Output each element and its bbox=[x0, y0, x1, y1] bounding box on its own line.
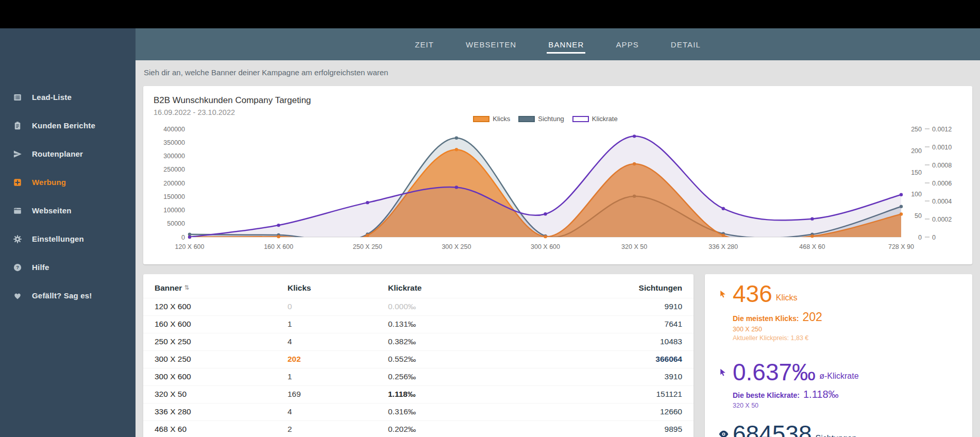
svg-text:0: 0 bbox=[932, 234, 936, 241]
column-header-klickrate[interactable]: Klickrate bbox=[388, 278, 543, 298]
cell-sichtungen: 12660 bbox=[543, 403, 694, 421]
svg-text:336 X 280: 336 X 280 bbox=[708, 243, 738, 250]
chart-title: B2B Wunschkunden Company Targeting bbox=[154, 95, 962, 106]
cell-sichtungen: 9895 bbox=[543, 421, 694, 437]
column-header-klicks[interactable]: Klicks bbox=[288, 278, 388, 298]
sidebar-item-lead-liste[interactable]: Lead-Liste bbox=[0, 83, 136, 111]
tab-zeit[interactable]: ZEIT bbox=[413, 35, 435, 54]
tab-banner[interactable]: BANNER bbox=[547, 35, 585, 54]
cell-klickrate: 1.118‰ bbox=[388, 385, 543, 403]
svg-text:250 X 250: 250 X 250 bbox=[353, 243, 382, 250]
sidebar-item-label: Gefällt? Sag es! bbox=[32, 291, 92, 300]
stat-klicks: 436 Klicks Die meisten Klicks: 202 300 X… bbox=[718, 281, 959, 343]
stat-sichtungen: 684538 Sichtungen bbox=[718, 422, 959, 437]
stat-klicks-detail: Die meisten Klicks: 202 bbox=[733, 310, 959, 324]
stat-klickrate-main: 0.637‰ ø-Klickrate bbox=[718, 360, 959, 384]
stat-klicks-detail-label: Die meisten Klicks: bbox=[733, 314, 799, 323]
stat-klicks-main: 436 Klicks bbox=[718, 281, 959, 306]
svg-text:100: 100 bbox=[911, 191, 922, 198]
cell-klickrate: 0.131‰ bbox=[388, 315, 543, 333]
table-row[interactable]: 160 X 60010.131‰7641 bbox=[143, 315, 694, 333]
stat-klicks-banner: 300 X 250 bbox=[733, 325, 959, 334]
stat-klickrate-value: 0.637‰ bbox=[733, 360, 816, 384]
cell-banner: 250 X 250 bbox=[143, 333, 288, 350]
stats-card: 436 Klicks Die meisten Klicks: 202 300 X… bbox=[705, 274, 972, 437]
sidebar: Lead-ListeKunden BerichteRoutenplanerWer… bbox=[0, 28, 136, 437]
table-row[interactable]: 120 X 60000.000‰9910 bbox=[143, 298, 694, 315]
svg-text:160 X 600: 160 X 600 bbox=[264, 243, 293, 250]
cell-klicks: 1 bbox=[288, 315, 388, 333]
svg-text:0.0010: 0.0010 bbox=[932, 144, 952, 151]
cell-klickrate: 0.000‰ bbox=[388, 298, 543, 315]
table-row[interactable]: 250 X 25040.382‰10483 bbox=[143, 333, 694, 350]
chart-card: B2B Wunschkunden Company Targeting 16.09… bbox=[143, 86, 972, 264]
sidebar-item-einstellungen[interactable]: Einstellungen bbox=[0, 225, 136, 253]
sidebar-item-label: Kunden Berichte bbox=[32, 121, 95, 130]
cell-banner: 160 X 600 bbox=[143, 315, 288, 333]
cell-banner: 300 X 250 bbox=[143, 350, 288, 368]
sidebar-item-werbung[interactable]: Werbung bbox=[0, 168, 136, 196]
tab-apps[interactable]: APPS bbox=[614, 35, 640, 54]
svg-text:0: 0 bbox=[918, 234, 922, 241]
cell-banner: 320 X 50 bbox=[143, 385, 288, 403]
tabs: ZEITWEBSEITENBANNERAPPSDETAIL bbox=[413, 35, 702, 54]
svg-text:100000: 100000 bbox=[163, 207, 185, 214]
column-header-banner[interactable]: Banner⇅ bbox=[143, 278, 288, 298]
sort-icon[interactable]: ⇅ bbox=[184, 284, 189, 291]
tab-detail[interactable]: DETAIL bbox=[669, 35, 702, 54]
stat-klicks-label: Klicks bbox=[776, 293, 798, 306]
stat-klickrate-label: ø-Klickrate bbox=[819, 372, 858, 384]
page-subtitle: Sieh dir an, welche Banner deiner Kampag… bbox=[136, 60, 980, 83]
svg-text:150000: 150000 bbox=[163, 193, 185, 200]
table-row[interactable]: 320 X 501691.118‰151121 bbox=[143, 385, 694, 403]
cell-sichtungen: 151121 bbox=[543, 385, 694, 403]
table-row[interactable]: 468 X 6020.202‰9895 bbox=[143, 421, 694, 437]
svg-text:0.0004: 0.0004 bbox=[932, 198, 952, 205]
column-header-label: Klickrate bbox=[388, 283, 421, 292]
stat-klickrate-detail: Die beste Klickrate: 1.118‰ bbox=[733, 389, 959, 400]
tab-webseiten[interactable]: WEBSEITEN bbox=[464, 35, 518, 54]
sidebar-item-routenplaner[interactable]: Routenplaner bbox=[0, 140, 136, 168]
svg-text:300 X 250: 300 X 250 bbox=[442, 243, 471, 250]
stat-klickrate-banner: 320 X 50 bbox=[733, 401, 959, 410]
legend-swatch bbox=[518, 116, 535, 122]
column-header-sichtungen[interactable]: Sichtungen bbox=[543, 278, 694, 298]
svg-text:0.0002: 0.0002 bbox=[932, 216, 952, 223]
cell-banner: 468 X 60 bbox=[143, 421, 288, 437]
legend-swatch bbox=[473, 116, 489, 122]
cell-klicks: 2 bbox=[288, 421, 388, 437]
stat-sichtungen-value: 684538 bbox=[733, 422, 812, 437]
svg-text:50: 50 bbox=[915, 212, 922, 220]
svg-text:50000: 50000 bbox=[167, 220, 185, 227]
tab-bar: ZEITWEBSEITENBANNERAPPSDETAIL bbox=[136, 28, 980, 60]
cell-sichtungen: 366064 bbox=[543, 350, 694, 368]
sidebar-item-gef-llt-sag-es[interactable]: Gefällt? Sag es! bbox=[0, 281, 136, 310]
top-black-bar bbox=[0, 0, 980, 28]
sidebar-item-label: Lead-Liste bbox=[32, 93, 72, 102]
sidebar-item-kunden-berichte[interactable]: Kunden Berichte bbox=[0, 111, 136, 140]
legend-item-klicks[interactable]: Klicks bbox=[473, 115, 510, 123]
svg-text:300000: 300000 bbox=[163, 153, 185, 160]
sidebar-nav: Lead-ListeKunden BerichteRoutenplanerWer… bbox=[0, 28, 136, 310]
help-icon: ? bbox=[12, 262, 23, 273]
svg-text:250000: 250000 bbox=[163, 166, 185, 173]
legend-item-klickrate[interactable]: Klickrate bbox=[572, 115, 618, 123]
svg-text:0.0008: 0.0008 bbox=[932, 162, 952, 169]
banner-table-card: Banner⇅KlicksKlickrateSichtungen 120 X 6… bbox=[143, 274, 694, 437]
sidebar-item-label: Einstellungen bbox=[32, 234, 84, 243]
lead-list-icon bbox=[12, 92, 23, 103]
route-icon bbox=[12, 149, 23, 159]
sidebar-item-webseiten[interactable]: Webseiten bbox=[0, 196, 136, 225]
legend-label: Klickrate bbox=[592, 115, 618, 123]
sidebar-item-hilfe[interactable]: ?Hilfe bbox=[0, 253, 136, 281]
legend-item-sichtung[interactable]: Sichtung bbox=[518, 115, 564, 123]
gear-icon bbox=[12, 234, 23, 244]
cell-sichtungen: 3910 bbox=[543, 368, 694, 385]
table-row[interactable]: 336 X 28040.316‰12660 bbox=[143, 403, 694, 421]
websites-icon bbox=[12, 206, 23, 216]
cell-sichtungen: 9910 bbox=[543, 298, 694, 315]
svg-text:200000: 200000 bbox=[163, 180, 185, 187]
table-row[interactable]: 300 X 60010.256‰3910 bbox=[143, 368, 694, 385]
stat-klickrate: 0.637‰ ø-Klickrate Die beste Klickrate: … bbox=[718, 360, 959, 410]
table-row[interactable]: 300 X 2502020.552‰366064 bbox=[143, 350, 694, 368]
